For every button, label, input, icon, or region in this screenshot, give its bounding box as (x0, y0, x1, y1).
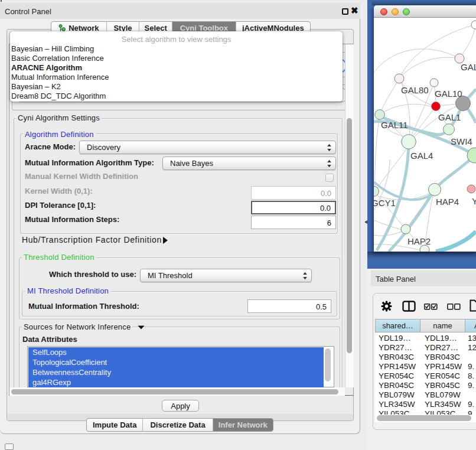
svg-text:GAL11: GAL11 (381, 120, 408, 130)
svg-text:GAL1: GAL1 (438, 112, 461, 122)
svg-text:GAL4: GAL4 (410, 151, 433, 161)
svg-text:HAP4: HAP4 (436, 197, 459, 207)
svg-text:GAL80: GAL80 (401, 85, 429, 95)
svg-text:GCY1: GCY1 (374, 198, 396, 208)
svg-text:SWI4: SWI4 (451, 136, 472, 146)
svg-text:Y: Y (472, 196, 476, 206)
svg-text:GAL7: GAL7 (461, 62, 476, 72)
svg-text:HAP2: HAP2 (407, 236, 431, 246)
svg-text:GAL10: GAL10 (435, 89, 462, 99)
